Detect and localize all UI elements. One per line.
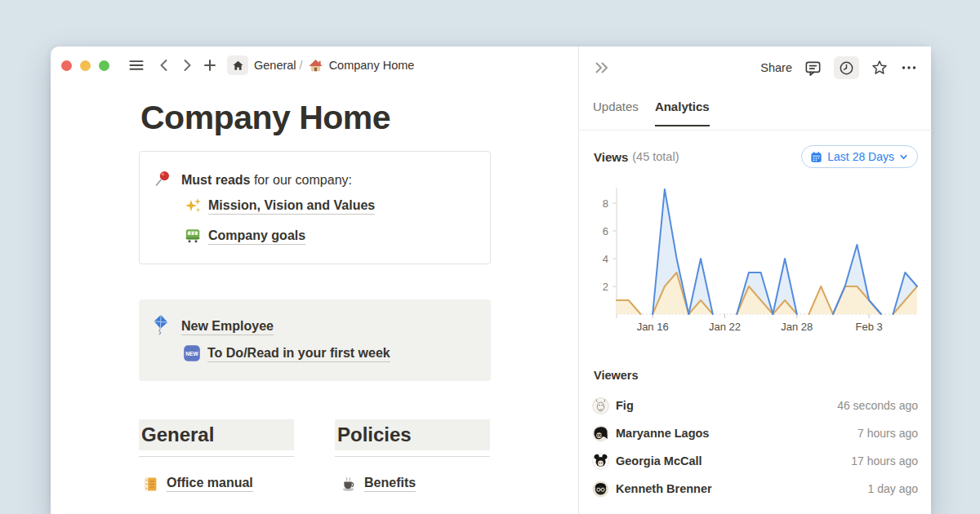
collapse-panel-icon[interactable] [593,59,611,77]
tab-analytics[interactable]: Analytics [655,100,710,126]
kite-icon [150,313,172,335]
callout-text-rest: for our company: [250,173,352,187]
svg-text:8: 8 [603,197,608,210]
viewer-name: Georgia McCall [616,454,702,467]
views-header-row: Views (45 total) Last 28 Days [594,144,918,169]
svg-text:Jan 22: Jan 22 [709,321,741,333]
link-company-goals[interactable]: Company goals [208,228,305,245]
viewer-row: Fig 46 seconds ago [592,394,918,417]
panel-tabs: Updates Analytics [593,100,710,126]
viewer-name: Fig [616,399,634,412]
panel-actions: Share [760,55,918,81]
date-range-label: Last 28 Days [827,150,894,163]
new-employee-section: New Employee NEW To Do/Read in your firs… [139,299,491,381]
tram-icon [184,227,202,245]
home-icon[interactable] [227,55,248,75]
viewer-row: Kenneth Brenner 1 day ago [592,477,918,500]
window-topbar: General / Company Home [51,47,578,84]
must-reads-callout: Must reads for our company: Mission, Vis… [139,151,491,264]
avatar-maryanne [592,425,609,442]
close-window-button[interactable] [61,60,72,71]
back-icon[interactable] [157,58,172,73]
pushpin-icon [154,169,172,188]
tab-updates[interactable]: Updates [593,100,639,126]
coffee-icon [341,476,357,492]
svg-text:Jan 28: Jan 28 [781,321,813,333]
breadcrumb-separator: / [300,59,303,72]
zoom-window-button[interactable] [99,60,109,71]
column-heading-general: General [139,419,294,450]
tabs-divider [579,130,932,131]
chevron-down-icon [899,153,908,162]
svg-text:Jan 16: Jan 16 [637,321,669,333]
viewer-time: 7 hours ago [858,427,918,440]
avatar-kenneth [592,481,609,498]
link-first-week-todo[interactable]: To Do/Read in your first week [207,346,390,362]
house-emoji-icon [308,58,323,73]
avatar-fig [592,397,609,414]
office-manual-row: Office manual [142,472,253,495]
svg-text:NEW: NEW [185,351,198,357]
ledger-icon [142,476,159,493]
share-button[interactable]: Share [760,61,792,74]
callout-text-bold: Must reads [181,173,250,187]
svg-text:2: 2 [603,281,608,293]
new-badge-icon: NEW [183,344,201,362]
views-label: Views [594,150,628,164]
viewer-row: Georgia McCall 17 hours ago [592,450,918,472]
divider [139,456,294,457]
more-options-icon[interactable] [900,59,918,77]
comments-icon[interactable] [804,59,822,78]
callout-text: Must reads for our company: [181,173,352,188]
views-total: (45 total) [632,150,679,163]
svg-text:4: 4 [603,253,608,265]
breadcrumb-section[interactable]: General [254,59,296,72]
link-benefits[interactable]: Benefits [364,476,416,492]
new-page-plus-icon[interactable] [203,58,217,73]
benefits-row: Benefits [341,472,416,495]
viewer-row: Maryanne Lagos 7 hours ago [592,422,918,445]
viewer-time: 17 hours ago [851,454,918,467]
page-title: Company Home [140,99,390,137]
date-range-button[interactable]: Last 28 Days [801,145,918,168]
avatar-georgia [592,453,609,470]
app-window: General / Company Home Company Home Must… [51,47,931,514]
viewer-time: 46 seconds ago [837,399,918,412]
link-mission-vision-values[interactable]: Mission, Vision and Values [208,198,375,215]
viewer-name: Maryanne Lagos [616,427,709,440]
viewers-heading: Viewers [594,369,639,382]
favorite-star-icon[interactable] [871,59,889,77]
viewer-time: 1 day ago [868,482,919,495]
history-clock-button[interactable] [834,56,859,79]
svg-text:6: 6 [603,225,608,237]
calendar-icon [810,151,822,163]
divider [335,456,490,457]
sparkles-icon [185,197,203,215]
svg-text:Feb 3: Feb 3 [855,321,882,333]
forward-icon[interactable] [180,58,194,73]
viewer-name: Kenneth Brenner [616,482,712,495]
link-new-employee[interactable]: New Employee [181,319,274,335]
minimize-window-button[interactable] [80,60,91,71]
analytics-panel: Share Updates Analytics Views (45 total) [578,47,931,514]
column-heading-policies: Policies [335,419,490,450]
link-office-manual[interactable]: Office manual [167,476,253,492]
breadcrumb-page[interactable]: Company Home [329,59,415,72]
sidebar-menu-icon[interactable] [128,57,145,73]
views-area-chart: 2468Jan 16Jan 22Jan 28Feb 3 [579,182,922,347]
